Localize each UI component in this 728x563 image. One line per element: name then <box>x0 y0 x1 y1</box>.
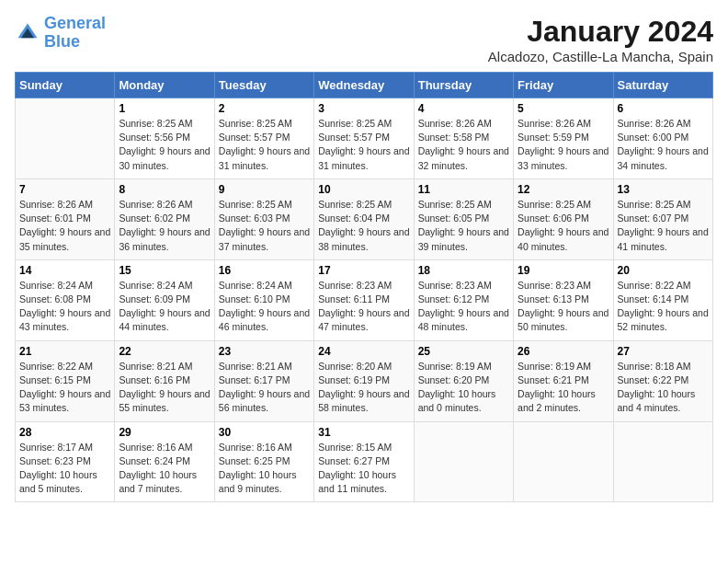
daylight: Daylight: 9 hours and 40 minutes. <box>518 226 609 251</box>
daylight: Daylight: 9 hours and 34 minutes. <box>618 145 709 170</box>
weekday-header-tuesday: Tuesday <box>214 73 313 98</box>
day-number: 17 <box>318 264 409 277</box>
day-number: 11 <box>418 183 509 196</box>
day-detail: Sunrise: 8:25 AM Sunset: 6:07 PM Dayligh… <box>618 198 709 254</box>
sunrise: Sunrise: 8:15 AM <box>318 442 392 453</box>
sunrise: Sunrise: 8:25 AM <box>318 118 392 129</box>
day-detail: Sunrise: 8:24 AM Sunset: 6:10 PM Dayligh… <box>219 279 310 335</box>
daylight: Daylight: 9 hours and 43 minutes. <box>19 307 110 332</box>
daylight: Daylight: 9 hours and 38 minutes. <box>318 226 409 251</box>
day-detail: Sunrise: 8:26 AM Sunset: 6:02 PM Dayligh… <box>119 198 210 254</box>
day-number: 26 <box>518 345 609 358</box>
sunset: Sunset: 6:02 PM <box>119 213 190 224</box>
day-detail: Sunrise: 8:26 AM Sunset: 5:59 PM Dayligh… <box>518 117 609 173</box>
calendar-cell: 10 Sunrise: 8:25 AM Sunset: 6:04 PM Dayl… <box>314 178 414 259</box>
weekday-header-saturday: Saturday <box>613 73 712 98</box>
calendar-cell: 30 Sunrise: 8:16 AM Sunset: 6:25 PM Dayl… <box>214 421 313 502</box>
daylight: Daylight: 9 hours and 55 minutes. <box>119 388 210 413</box>
sunset: Sunset: 6:07 PM <box>618 213 689 224</box>
day-number: 1 <box>119 102 210 115</box>
sunrise: Sunrise: 8:26 AM <box>19 199 93 210</box>
day-number: 19 <box>518 264 609 277</box>
sunrise: Sunrise: 8:24 AM <box>219 280 292 291</box>
calendar-cell: 22 Sunrise: 8:21 AM Sunset: 6:16 PM Dayl… <box>115 340 214 421</box>
day-detail: Sunrise: 8:18 AM Sunset: 6:22 PM Dayligh… <box>618 360 709 416</box>
day-number: 4 <box>418 102 509 115</box>
day-detail: Sunrise: 8:21 AM Sunset: 6:17 PM Dayligh… <box>219 360 310 416</box>
day-number: 6 <box>618 102 709 115</box>
calendar-week-1: 1 Sunrise: 8:25 AM Sunset: 5:56 PM Dayli… <box>16 98 713 179</box>
daylight: Daylight: 10 hours and 4 minutes. <box>618 388 696 413</box>
sunrise: Sunrise: 8:21 AM <box>219 361 292 372</box>
day-detail: Sunrise: 8:16 AM Sunset: 6:25 PM Dayligh… <box>219 441 310 497</box>
calendar-week-2: 7 Sunrise: 8:26 AM Sunset: 6:01 PM Dayli… <box>16 178 713 259</box>
day-detail: Sunrise: 8:25 AM Sunset: 5:56 PM Dayligh… <box>119 117 210 173</box>
daylight: Daylight: 10 hours and 0 minutes. <box>418 388 496 413</box>
day-number: 15 <box>119 264 210 277</box>
calendar-week-3: 14 Sunrise: 8:24 AM Sunset: 6:08 PM Dayl… <box>16 259 713 340</box>
sunrise: Sunrise: 8:26 AM <box>119 199 192 210</box>
calendar-cell: 5 Sunrise: 8:26 AM Sunset: 5:59 PM Dayli… <box>514 98 613 179</box>
day-number: 24 <box>318 345 409 358</box>
calendar-cell: 18 Sunrise: 8:23 AM Sunset: 6:12 PM Dayl… <box>414 259 513 340</box>
sunset: Sunset: 5:57 PM <box>318 132 390 143</box>
sunrise: Sunrise: 8:18 AM <box>618 361 691 372</box>
sunrise: Sunrise: 8:21 AM <box>119 361 192 372</box>
sunset: Sunset: 6:12 PM <box>418 293 490 304</box>
weekday-header-row: SundayMondayTuesdayWednesdayThursdayFrid… <box>16 73 713 98</box>
day-number: 9 <box>219 183 310 196</box>
daylight: Daylight: 9 hours and 44 minutes. <box>119 307 210 332</box>
calendar-cell: 12 Sunrise: 8:25 AM Sunset: 6:06 PM Dayl… <box>514 178 613 259</box>
day-detail: Sunrise: 8:25 AM Sunset: 6:03 PM Dayligh… <box>219 198 310 254</box>
sunrise: Sunrise: 8:25 AM <box>518 199 591 210</box>
sunset: Sunset: 6:20 PM <box>418 374 490 385</box>
calendar-cell: 27 Sunrise: 8:18 AM Sunset: 6:22 PM Dayl… <box>613 340 712 421</box>
day-number: 10 <box>318 183 409 196</box>
weekday-header-friday: Friday <box>514 73 613 98</box>
day-detail: Sunrise: 8:21 AM Sunset: 6:16 PM Dayligh… <box>119 360 210 416</box>
day-number: 31 <box>318 426 409 439</box>
day-detail: Sunrise: 8:26 AM Sunset: 6:00 PM Dayligh… <box>618 117 709 173</box>
page-header: General Blue January 2024 Alcadozo, Cast… <box>15 15 713 64</box>
day-detail: Sunrise: 8:25 AM Sunset: 5:57 PM Dayligh… <box>318 117 409 173</box>
daylight: Daylight: 9 hours and 56 minutes. <box>219 388 310 413</box>
calendar-cell: 1 Sunrise: 8:25 AM Sunset: 5:56 PM Dayli… <box>115 98 214 179</box>
day-number: 5 <box>518 102 609 115</box>
day-number: 29 <box>119 426 210 439</box>
calendar-cell: 23 Sunrise: 8:21 AM Sunset: 6:17 PM Dayl… <box>214 340 313 421</box>
calendar-table: SundayMondayTuesdayWednesdayThursdayFrid… <box>15 72 713 502</box>
daylight: Daylight: 9 hours and 46 minutes. <box>219 307 310 332</box>
sunrise: Sunrise: 8:19 AM <box>518 361 591 372</box>
day-number: 12 <box>518 183 609 196</box>
day-detail: Sunrise: 8:16 AM Sunset: 6:24 PM Dayligh… <box>119 441 210 497</box>
weekday-header-monday: Monday <box>115 73 214 98</box>
sunset: Sunset: 6:01 PM <box>19 213 91 224</box>
weekday-header-thursday: Thursday <box>414 73 513 98</box>
day-detail: Sunrise: 8:25 AM Sunset: 6:04 PM Dayligh… <box>318 198 409 254</box>
day-detail: Sunrise: 8:19 AM Sunset: 6:20 PM Dayligh… <box>418 360 509 416</box>
day-number: 7 <box>19 183 110 196</box>
day-detail: Sunrise: 8:23 AM Sunset: 6:13 PM Dayligh… <box>518 279 609 335</box>
daylight: Daylight: 9 hours and 58 minutes. <box>318 388 409 413</box>
calendar-cell: 14 Sunrise: 8:24 AM Sunset: 6:08 PM Dayl… <box>16 259 115 340</box>
day-detail: Sunrise: 8:26 AM Sunset: 5:58 PM Dayligh… <box>418 117 509 173</box>
day-number: 16 <box>219 264 310 277</box>
calendar-cell: 6 Sunrise: 8:26 AM Sunset: 6:00 PM Dayli… <box>613 98 712 179</box>
day-number: 25 <box>418 345 509 358</box>
sunset: Sunset: 6:03 PM <box>219 213 290 224</box>
calendar-cell: 26 Sunrise: 8:19 AM Sunset: 6:21 PM Dayl… <box>514 340 613 421</box>
day-number: 18 <box>418 264 509 277</box>
sunset: Sunset: 6:00 PM <box>618 132 689 143</box>
day-number: 20 <box>618 264 709 277</box>
sunrise: Sunrise: 8:25 AM <box>219 199 292 210</box>
calendar-cell: 8 Sunrise: 8:26 AM Sunset: 6:02 PM Dayli… <box>115 178 214 259</box>
weekday-header-wednesday: Wednesday <box>314 73 414 98</box>
sunrise: Sunrise: 8:24 AM <box>19 280 93 291</box>
daylight: Daylight: 10 hours and 9 minutes. <box>219 469 297 494</box>
daylight: Daylight: 9 hours and 50 minutes. <box>518 307 609 332</box>
logo-text: General Blue <box>44 15 106 52</box>
calendar-cell: 25 Sunrise: 8:19 AM Sunset: 6:20 PM Dayl… <box>414 340 513 421</box>
daylight: Daylight: 10 hours and 5 minutes. <box>19 469 97 494</box>
daylight: Daylight: 9 hours and 39 minutes. <box>418 226 509 251</box>
calendar-cell <box>414 421 513 502</box>
